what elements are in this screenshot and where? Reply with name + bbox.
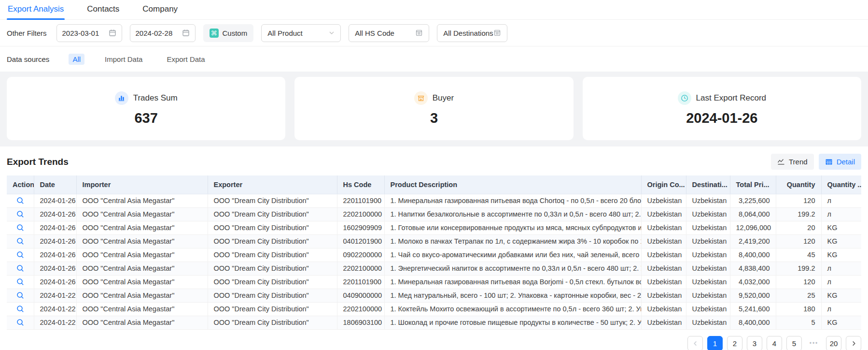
search-icon[interactable] — [16, 250, 25, 259]
search-icon[interactable] — [16, 237, 25, 246]
search-icon[interactable] — [16, 210, 25, 219]
col-total-price: Total Pri... — [730, 175, 776, 194]
col-date: Date — [34, 175, 76, 194]
cell-quantity-unit: л — [821, 262, 861, 275]
cell-hs-code: 2202100000 — [337, 262, 384, 275]
cell-destination: Uzbekistan — [686, 207, 730, 221]
source-option-import-data[interactable]: Import Data — [101, 54, 146, 65]
custom-range-button[interactable]: ⌘ Custom — [203, 24, 254, 42]
source-option-export-data[interactable]: Export Data — [163, 54, 209, 65]
search-icon[interactable] — [16, 291, 25, 300]
trend-view-button[interactable]: Trend — [771, 154, 814, 170]
col-action: Action — [7, 175, 34, 194]
data-sources-row: Data sources All Import Data Export Data — [0, 46, 868, 72]
other-filters-label: Other Filters — [7, 29, 47, 37]
export-trends-header: Export Trends Trend Detail — [0, 146, 868, 175]
cell-hs-code: 0409000000 — [337, 289, 384, 302]
search-icon[interactable] — [16, 277, 25, 286]
cell-destination: Uzbekistan — [686, 248, 730, 262]
tab-company[interactable]: Company — [141, 0, 179, 19]
search-icon[interactable] — [16, 318, 25, 327]
section-title: Export Trends — [7, 157, 69, 167]
cell-exporter: OOO "Dream City Distribution" — [208, 262, 337, 275]
line-chart-icon — [777, 158, 785, 166]
destinations-select-value: All Destinations — [443, 29, 493, 37]
cell-origin-country: Uzbekistan — [641, 221, 686, 234]
table-row: 2024-01-22 OOO "Central Asia Megastar" O… — [7, 302, 861, 316]
cell-exporter: OOO "Dream City Distribution" — [208, 289, 337, 302]
cell-origin-country: Uzbekistan — [641, 194, 686, 207]
command-icon: ⌘ — [210, 29, 219, 38]
date-to-value: 2024-02-28 — [136, 29, 173, 37]
page-button-4[interactable]: 4 — [767, 336, 782, 350]
stat-card-trades-sum: Trades Sum 637 — [7, 77, 285, 140]
stat-value: 2024-01-26 — [686, 110, 757, 126]
cell-importer: OOO "Central Asia Megastar" — [76, 194, 208, 207]
cell-product-description: 1. Мед натуральный, всего - 100 шт; 2. У… — [384, 289, 641, 302]
cell-total-price: 8,064,000 — [730, 207, 776, 221]
cell-exporter: OOO "Dream City Distribution" — [208, 248, 337, 262]
prev-page-button[interactable] — [687, 336, 703, 350]
cell-destination: Uzbekistan — [686, 221, 730, 234]
cell-destination: Uzbekistan — [686, 234, 730, 248]
page-button-20[interactable]: 20 — [826, 336, 841, 350]
page-button-2[interactable]: 2 — [727, 336, 742, 350]
calendar-icon — [109, 29, 116, 37]
stat-card-last-export-record: Last Export Record 2024-01-26 — [583, 77, 861, 140]
product-select[interactable]: All Product — [261, 24, 341, 42]
cell-quantity: 120 — [776, 275, 821, 289]
cell-destination: Uzbekistan — [686, 289, 730, 302]
cell-origin-country: Uzbekistan — [641, 262, 686, 275]
col-exporter: Exporter — [208, 175, 337, 194]
cell-importer: OOO "Central Asia Megastar" — [76, 275, 208, 289]
cell-date: 2024-01-26 — [34, 194, 76, 207]
data-sources-label: Data sources — [7, 55, 49, 63]
hs-code-select[interactable]: All HS Code — [349, 24, 429, 42]
page-ellipsis[interactable]: ••• — [806, 340, 822, 347]
cell-total-price: 4,032,000 — [730, 275, 776, 289]
tab-export-analysis[interactable]: Export Analysis — [7, 0, 65, 19]
cell-total-price: 8,400,000 — [730, 316, 776, 329]
col-importer: Importer — [76, 175, 208, 194]
cell-hs-code: 1806903100 — [337, 316, 384, 329]
date-from-input[interactable]: 2023-03-01 — [56, 24, 122, 42]
destinations-select[interactable]: All Destinations — [437, 24, 507, 42]
custom-label: Custom — [223, 29, 248, 37]
date-to-input[interactable]: 2024-02-28 — [130, 24, 196, 42]
page-button-5[interactable]: 5 — [786, 336, 802, 350]
detail-view-button[interactable]: Detail — [819, 154, 861, 170]
cell-date: 2024-01-22 — [34, 316, 76, 329]
search-icon[interactable] — [16, 223, 25, 232]
cell-date: 2024-01-26 — [34, 248, 76, 262]
cell-importer: OOO "Central Asia Megastar" — [76, 221, 208, 234]
stat-card-buyer: Buyer 3 — [294, 77, 573, 140]
page-button-1[interactable]: 1 — [707, 336, 723, 350]
cell-destination: Uzbekistan — [686, 194, 730, 207]
source-option-all[interactable]: All — [69, 54, 84, 65]
cell-product-description: 1. Готовые или консервированные продукты… — [384, 221, 641, 234]
col-quantity: Quantity — [776, 175, 821, 194]
cell-product-description: 1. Молоко в пачках Тетрапак по 1л, с сод… — [384, 234, 641, 248]
search-icon[interactable] — [16, 196, 25, 205]
shop-icon — [414, 91, 428, 105]
cell-quantity: 120 — [776, 194, 821, 207]
page-button-3[interactable]: 3 — [747, 336, 762, 350]
table-header-row: Action Date Importer Exporter Hs Code Pr… — [7, 175, 861, 194]
table-grid-icon — [825, 158, 833, 166]
search-icon[interactable] — [16, 305, 25, 313]
cell-exporter: OOO "Dream City Distribution" — [208, 234, 337, 248]
cell-hs-code: 0401201900 — [337, 234, 384, 248]
tab-contacts[interactable]: Contacts — [86, 0, 120, 19]
list-panel-icon — [493, 29, 501, 37]
cell-quantity-unit: л — [821, 194, 861, 207]
next-page-button[interactable] — [846, 336, 861, 350]
search-icon[interactable] — [16, 264, 25, 273]
stat-label: Buyer — [433, 93, 454, 103]
list-panel-icon — [415, 29, 423, 37]
cell-origin-country: Uzbekistan — [641, 248, 686, 262]
bar-chart-icon — [115, 91, 128, 105]
cell-importer: OOO "Central Asia Megastar" — [76, 289, 208, 302]
detail-button-label: Detail — [837, 158, 855, 166]
cell-destination: Uzbekistan — [686, 316, 730, 329]
cell-date: 2024-01-22 — [34, 302, 76, 316]
